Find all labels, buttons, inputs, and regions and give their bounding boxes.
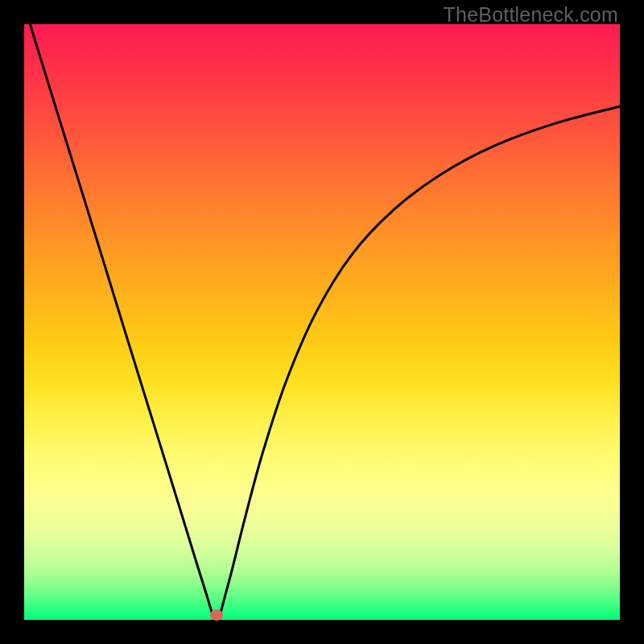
bottleneck-curve bbox=[30, 24, 620, 615]
curve-svg bbox=[24, 24, 620, 620]
watermark-text: TheBottleneck.com bbox=[444, 3, 618, 27]
minimum-marker bbox=[210, 609, 223, 621]
chart-area bbox=[24, 24, 620, 620]
